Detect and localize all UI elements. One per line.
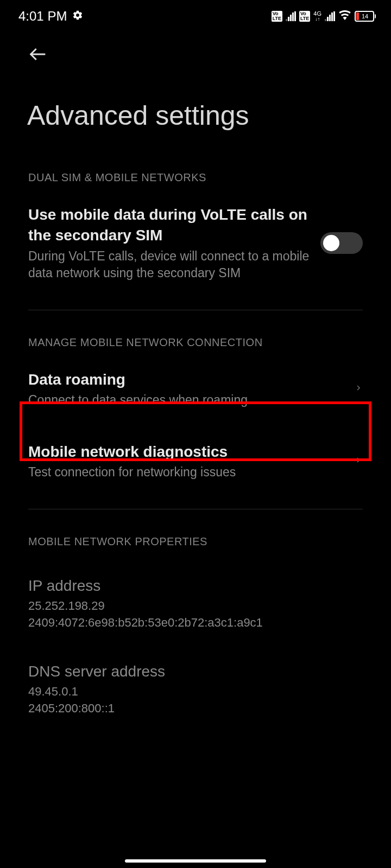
setting-data-roaming[interactable]: Data roaming Connect to data services wh… bbox=[0, 356, 391, 422]
info-value-1: 49.45.0.1 bbox=[28, 684, 363, 700]
status-bar: 4:01 PM VoLTE VoLTE 4G ↓↑ bbox=[0, 0, 391, 33]
network-label-group: 4G ↓↑ bbox=[313, 11, 321, 22]
volte-icon-2: VoLTE bbox=[299, 11, 310, 22]
chevron-right-icon bbox=[354, 380, 363, 398]
page-title: Advanced settings bbox=[27, 100, 364, 158]
divider bbox=[28, 509, 363, 509]
home-indicator[interactable] bbox=[125, 859, 266, 863]
setting-subtitle: During VoLTE calls, device will connect … bbox=[28, 248, 310, 282]
page-header: Advanced settings bbox=[0, 33, 391, 158]
divider bbox=[28, 310, 363, 310]
signal-icon-2 bbox=[325, 11, 335, 21]
status-right: VoLTE VoLTE 4G ↓↑ 14 bbox=[272, 9, 376, 24]
signal-icon bbox=[286, 11, 296, 21]
section-header-manage-connection: MANAGE MOBILE NETWORK CONNECTION bbox=[0, 323, 391, 356]
wifi-icon bbox=[338, 9, 351, 24]
volte-icon: VoLTE bbox=[272, 11, 282, 22]
gear-icon bbox=[72, 10, 83, 23]
setting-title: Use mobile data during VoLTE calls on th… bbox=[28, 205, 310, 246]
info-ip-address: IP address 25.252.198.29 2409:4072:6e98:… bbox=[0, 556, 391, 641]
setting-subtitle: Connect to data services when roaming bbox=[28, 392, 343, 409]
setting-title: Data roaming bbox=[28, 369, 343, 390]
setting-subtitle: Test connection for networking issues bbox=[28, 464, 343, 481]
battery-level: 14 bbox=[356, 13, 374, 20]
chevron-right-icon bbox=[354, 452, 363, 470]
info-title: DNS server address bbox=[28, 663, 363, 680]
status-left: 4:01 PM bbox=[18, 9, 83, 24]
status-time: 4:01 PM bbox=[18, 9, 67, 24]
info-value-1: 25.252.198.29 bbox=[28, 598, 363, 615]
info-value-2: 2405:200:800::1 bbox=[28, 700, 363, 717]
info-dns-server: DNS server address 49.45.0.1 2405:200:80… bbox=[0, 641, 391, 727]
info-value-2: 2409:4072:6e98:b52b:53e0:2b72:a3c1:a9c1 bbox=[28, 615, 363, 631]
toggle-volte-secondary[interactable] bbox=[320, 232, 363, 254]
back-button[interactable] bbox=[27, 43, 49, 67]
battery-icon: 14 bbox=[355, 11, 376, 22]
info-title: IP address bbox=[28, 577, 363, 595]
setting-volte-secondary-sim[interactable]: Use mobile data during VoLTE calls on th… bbox=[0, 192, 391, 295]
section-header-dual-sim: DUAL SIM & MOBILE NETWORKS bbox=[0, 158, 391, 192]
setting-title: Mobile network diagnostics bbox=[28, 442, 343, 462]
network-arrows-icon: ↓↑ bbox=[315, 17, 320, 22]
setting-network-diagnostics[interactable]: Mobile network diagnostics Test connecti… bbox=[0, 422, 391, 494]
section-header-properties: MOBILE NETWORK PROPERTIES bbox=[0, 522, 391, 556]
